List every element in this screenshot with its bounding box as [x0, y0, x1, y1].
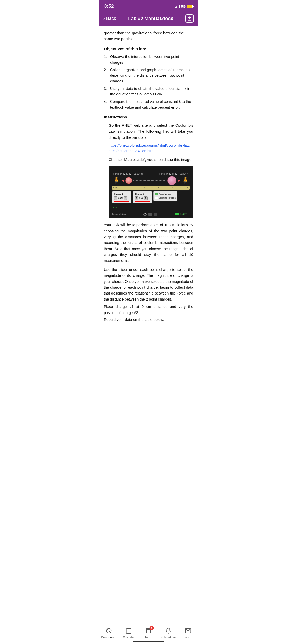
sim-bottom-bar: Coulomb's Law PhET ⋮	[111, 211, 191, 217]
charge2-value: 4 μC	[139, 196, 143, 200]
status-bar: 8:52 5G ⚡	[99, 0, 198, 12]
sim-nav-icon1	[148, 213, 152, 216]
charge-ball-left: +	[125, 177, 132, 184]
svg-marker-0	[143, 213, 147, 216]
simulation-controls: Charge 1 ◄ 2 μC ► Charge 2 ◄ 4 μC	[112, 191, 190, 203]
back-chevron-icon: ‹	[103, 16, 105, 22]
network-label: 5G	[181, 4, 186, 8]
back-label: Back	[106, 16, 116, 21]
sim-scale-label: 1 cm	[113, 206, 117, 209]
body-paragraph-1: Your task will be to perform a set of 10…	[104, 222, 193, 264]
status-time: 8:52	[104, 4, 114, 9]
sim-force-right-label: Force on q₂ by q₁ = 11.234 N	[159, 172, 188, 176]
right-figure: 🧍	[181, 177, 190, 184]
charge1-title: Charge 1	[114, 192, 129, 196]
ruler: 0 cm 1 2 3 4 5 6 7 8 9 10	[112, 186, 190, 190]
charge2-title: Charge 2	[135, 192, 150, 196]
force-values-label: Force Values	[159, 192, 171, 196]
signal-icon	[175, 5, 180, 8]
phet-link[interactable]: https://phet.colorado.edu/sims/html/coul…	[109, 143, 193, 154]
intro-paragraph: greater than the gravitational force bet…	[104, 30, 193, 42]
left-figure: 🧍	[112, 177, 121, 184]
sim-force-left-label: Force on q₁ by q₂ = 11.234 N	[113, 172, 143, 176]
battery-icon: ⚡	[187, 5, 193, 8]
share-button[interactable]	[185, 14, 194, 23]
instructions-block: Go the PHET web site and select the Coul…	[104, 122, 193, 219]
objectives-list: 1. Observe the interaction between two p…	[104, 54, 193, 110]
navigation-bar: ‹ Back Lab #2 Manual.docx	[99, 12, 198, 26]
instructions-title: Instructions:	[104, 114, 193, 120]
charge-ball-right: +	[167, 176, 176, 185]
sim-home-icon	[143, 213, 147, 216]
status-icons: 5G ⚡	[175, 4, 193, 8]
sim-screen-icon	[175, 213, 179, 215]
list-item: 3. Use your data to obtain the value of …	[104, 86, 193, 97]
list-item: 4. Compare the measured value of constan…	[104, 99, 193, 110]
charge1-box: Charge 1 ◄ 2 μC ►	[112, 191, 131, 203]
charge2-box: Charge 2 ◄ 4 μC ►	[133, 191, 152, 203]
force-options-box: ✓ Force Values Scientific Notation	[153, 191, 177, 201]
phet-logo: PhET	[180, 212, 187, 217]
list-item: 2. Collect, organize, and graph forces o…	[104, 67, 193, 84]
battery-bolt: ⚡	[188, 5, 191, 8]
back-button[interactable]: ‹ Back	[103, 16, 116, 22]
simulation-image: Force on q₁ by q₂ = 11.234 N Force on q₂…	[109, 166, 193, 218]
sim-nav-icon2	[154, 213, 157, 216]
list-item: 1. Observe the interaction between two p…	[104, 54, 193, 65]
scientific-notation-label: Scientific Notation	[159, 196, 176, 200]
share-icon	[187, 16, 192, 21]
document-content: greater than the gravitational force bet…	[99, 26, 198, 329]
instructions-paragraph: Go the PHET web site and select the Coul…	[109, 122, 193, 141]
coulombs-law-label: Coulomb's Law	[112, 213, 126, 216]
page-title: Lab #2 Manual.docx	[118, 16, 183, 21]
choose-text: Choose "Macroscale"; you should see this…	[109, 157, 193, 163]
body-paragraph-2: Use the slider under each point charge t…	[104, 267, 193, 323]
objectives-title: Objectives of this lab:	[104, 46, 193, 52]
charge1-value: 2 μC	[118, 196, 123, 200]
phet-menu-icon: ⋮	[188, 212, 190, 216]
